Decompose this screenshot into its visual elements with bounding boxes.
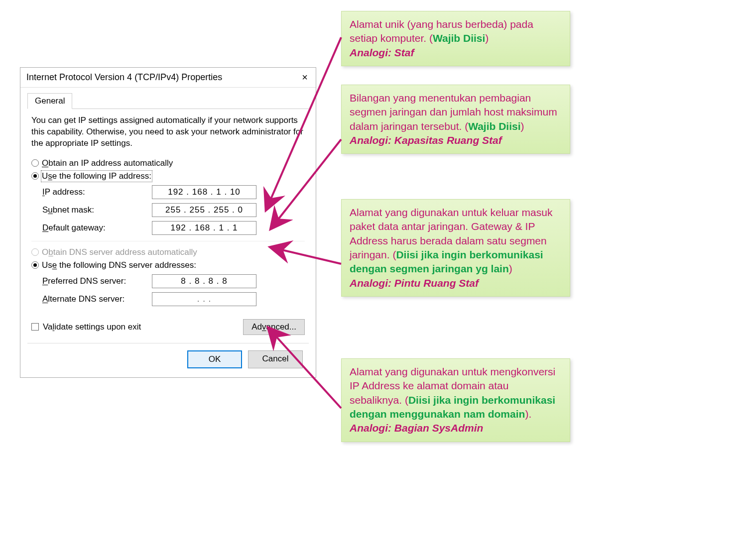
annotation-subnet-mask: Bilangan yang menentukan pembagian segme… [341,85,570,154]
annotation-text-end: ) [521,120,524,132]
validate-checkbox-row[interactable]: Validate settings upon exit [31,322,141,332]
annotation-required: Wajib Diisi [433,32,485,44]
subnet-mask-input[interactable]: 255 . 255 . 255 . 0 [152,203,256,217]
checkbox-icon [31,323,39,331]
radio-icon [31,159,39,167]
radio-obtain-ip[interactable]: Obtain an IP address automatically [31,158,305,168]
radio-obtain-dns-label: Obtain DNS server address automatically [42,247,197,257]
ip-address-input[interactable]: 192 . 168 . 1 . 10 [152,185,256,199]
annotation-analogy: Analogi: Bagian SysAdmin [350,422,483,434]
default-gateway-row: Default gateway: 192 . 168 . 1 . 1 [42,221,305,235]
annotation-analogy: Analogi: Pintu Ruang Staf [350,277,479,289]
ok-button[interactable]: OK [187,350,242,368]
preferred-dns-input[interactable]: 8 . 8 . 8 . 8 [152,274,256,288]
default-gateway-label: Default gateway: [42,223,152,233]
alternate-dns-input[interactable]: . . . [152,292,256,306]
radio-use-dns-label: Use the following DNS server addresses: [42,260,196,270]
annotation-text-end: ). [525,408,531,420]
alternate-dns-label: Alternate DNS server: [42,294,152,304]
subnet-mask-row: Subnet mask: 255 . 255 . 255 . 0 [42,203,305,217]
radio-use-dns[interactable]: Use the following DNS server addresses: [31,260,305,270]
annotation-analogy: Analogi: Staf [350,47,414,58]
annotation-text: Bilangan yang menentukan pembagian segme… [350,92,557,132]
ip-address-label: IP address: [42,187,152,197]
ipv4-properties-dialog: Internet Protocol Version 4 (TCP/IPv4) P… [20,67,316,378]
radio-use-ip-label: Use the following IP address: [42,171,151,181]
dialog-buttons: OK Cancel [27,343,309,368]
annotation-default-gateway: Alamat yang digunakan untuk keluar masuk… [341,199,570,297]
tab-general[interactable]: General [27,93,72,109]
dialog-body: General You can get IP settings assigned… [20,88,316,377]
radio-icon [31,248,39,256]
default-gateway-input[interactable]: 192 . 168 . 1 . 1 [152,221,256,235]
close-icon[interactable]: × [300,72,310,83]
cancel-button[interactable]: Cancel [248,350,303,368]
radio-obtain-dns: Obtain DNS server address automatically [31,247,305,257]
annotation-text-end: ) [509,263,512,274]
preferred-dns-row: Preferred DNS server: 8 . 8 . 8 . 8 [42,274,305,288]
radio-icon [31,172,39,180]
annotation-dns-server: Alamat yang digunakan untuk mengkonversi… [341,358,570,442]
annotation-ip-address: Alamat unik (yang harus berbeda) pada se… [341,11,570,66]
dialog-title: Internet Protocol Version 4 (TCP/IPv4) P… [26,72,222,83]
annotation-required: Wajib Diisi [468,120,520,132]
annotation-text-end: ) [485,32,489,44]
validate-label: Validate settings upon exit [43,322,141,332]
tab-strip: General [27,93,309,109]
radio-use-ip[interactable]: Use the following IP address: [31,171,305,181]
description-text: You can get IP settings assigned automat… [31,115,305,149]
preferred-dns-label: Preferred DNS server: [42,276,152,286]
annotation-analogy: Analogi: Kapasitas Ruang Staf [350,134,502,146]
radio-obtain-ip-label: Obtain an IP address automatically [42,158,173,168]
separator [31,241,305,241]
subnet-mask-label: Subnet mask: [42,205,152,215]
alternate-dns-row: Alternate DNS server: . . . [42,292,305,306]
advanced-button[interactable]: Advanced... [243,319,305,335]
radio-icon [31,261,39,269]
ip-address-row: IP address: 192 . 168 . 1 . 10 [42,185,305,199]
titlebar: Internet Protocol Version 4 (TCP/IPv4) P… [20,68,316,88]
